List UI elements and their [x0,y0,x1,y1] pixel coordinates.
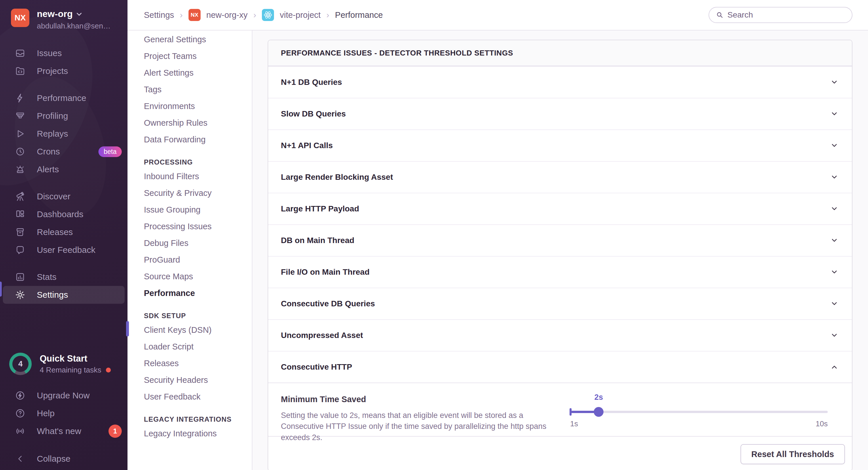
sidebar-group-gap [0,259,127,268]
sidebar-item-releases[interactable]: Releases [0,223,127,241]
chevron-down-icon[interactable] [830,172,839,182]
archive-icon [15,227,25,237]
chevron-down-icon[interactable] [830,267,839,277]
sidebar-item-user-feedback[interactable]: User Feedback [0,241,127,259]
settings-nav-ownership-rules[interactable]: Ownership Rules [144,114,252,131]
settings-nav-environments[interactable]: Environments [144,98,252,114]
settings-nav-issue-grouping[interactable]: Issue Grouping [144,201,252,218]
sidebar-item-label: Discover [37,192,70,201]
sidebar-item-replays[interactable]: Replays [0,125,127,143]
sidebar-item-discover[interactable]: Discover [0,188,127,205]
chevron-down-icon[interactable] [830,77,839,87]
sidebar-item-profiling[interactable]: Profiling [0,107,127,125]
chevron-down-icon[interactable] [830,236,839,245]
settings-nav-general-settings[interactable]: General Settings [144,31,252,48]
threshold-row-db-on-main-thread[interactable]: DB on Main Thread [268,224,852,256]
chevron-down-icon[interactable] [830,109,839,119]
settings-nav-user-feedback[interactable]: User Feedback [144,388,252,405]
sidebar-item-label: Stats [37,272,56,282]
slider-track[interactable] [570,411,828,413]
sidebar-item-alerts[interactable]: Alerts [0,161,127,178]
threshold-row-consecutive-http[interactable]: Consecutive HTTP [268,351,852,382]
sidebar-active-edge-indicator [0,281,2,297]
settings-nav-source-maps[interactable]: Source Maps [144,268,252,285]
breadcrumb-project[interactable]: vite-project [280,10,320,20]
settings-nav-project-teams[interactable]: Project Teams [144,48,252,64]
sidebar-collapse-button[interactable]: Collapse [0,450,127,468]
page-body: General Settings Project Teams Alert Set… [127,31,868,470]
chevron-down-icon[interactable] [830,331,839,340]
breadcrumb-separator: › [327,10,329,20]
breadcrumb-page: Performance [335,10,383,20]
slider-max-label: 10s [816,419,828,428]
settings-nav-inbound-filters[interactable]: Inbound Filters [144,168,252,184]
sidebar-item-crons[interactable]: Crons beta [0,143,127,161]
chevron-up-icon[interactable] [830,362,839,372]
chevron-down-icon[interactable] [830,204,839,214]
settings-nav-alert-settings[interactable]: Alert Settings [144,64,252,81]
row-label: Slow DB Queries [281,109,346,119]
settings-nav-legacy-integrations[interactable]: Legacy Integrations [144,425,252,442]
chevron-down-icon[interactable] [830,141,839,150]
sidebar-item-performance[interactable]: Performance [0,89,127,107]
sidebar-item-label: Issues [37,48,62,58]
threshold-row-n1-api-calls[interactable]: N+1 API Calls [268,129,852,161]
sidebar-item-label: What's new [37,426,81,436]
org-avatar[interactable]: NX [11,9,29,27]
threshold-row-file-io-on-main-thread[interactable]: File I/O on Main Thread [268,256,852,288]
org-name-row[interactable]: new-org [37,9,111,19]
settings-nav-proguard[interactable]: ProGuard [144,251,252,268]
settings-nav-header-legacy-integrations: LEGACY INTEGRATIONS [144,415,252,424]
sidebar-item-label: Crons [37,147,60,157]
right-column: Settings › NX new-org-xy › vite-project … [127,0,868,470]
sidebar-item-settings[interactable]: Settings [3,286,125,304]
sidebar-item-label: Projects [37,66,68,76]
slider-handle[interactable] [594,407,603,417]
upgrade-bolt-icon [15,390,25,401]
quick-start-panel[interactable]: 4 Quick Start 4 Remaining tasks [0,352,127,375]
threshold-row-large-render-blocking-asset[interactable]: Large Render Blocking Asset [268,161,852,193]
quick-start-count: 4 [9,352,32,375]
minimum-time-saved-slider: 2s 1s 10s [570,395,828,436]
settings-nav-client-keys[interactable]: Client Keys (DSN) [144,322,252,338]
org-switcher[interactable]: NX new-org abdullah.khan@sen… [0,0,127,32]
search-input[interactable] [727,10,845,20]
siren-icon [15,164,25,175]
row-label: Uncompressed Asset [281,331,363,340]
main-content: PERFORMANCE ISSUES - DETECTOR THRESHOLD … [252,31,868,470]
threshold-row-consecutive-db-queries[interactable]: Consecutive DB Queries [268,288,852,319]
sidebar-item-projects[interactable]: Projects [0,62,127,80]
breadcrumb-settings[interactable]: Settings [144,10,174,20]
search-box[interactable] [709,7,852,23]
quick-start-subtitle-text: 4 Remaining tasks [40,366,101,374]
sidebar-item-issues[interactable]: Issues [0,44,127,62]
threshold-row-slow-db-queries[interactable]: Slow DB Queries [268,98,852,129]
minimum-time-saved-description: Setting the value to 2s, means that an e… [281,410,549,443]
settings-nav-security-privacy[interactable]: Security & Privacy [144,184,252,201]
settings-nav-security-headers[interactable]: Security Headers [144,372,252,388]
search-icon [716,11,723,19]
settings-nav-loader-script[interactable]: Loader Script [144,338,252,355]
sidebar-item-help[interactable]: Help [0,404,127,422]
threshold-row-n1-db-queries[interactable]: N+1 DB Queries [268,66,852,98]
threshold-row-uncompressed-asset[interactable]: Uncompressed Asset [268,319,852,351]
sidebar-item-upgrade-now[interactable]: Upgrade Now [0,387,127,404]
settings-nav-performance[interactable]: Performance [144,285,252,301]
sidebar-item-stats[interactable]: Stats [0,268,127,286]
settings-nav-processing-issues[interactable]: Processing Issues [144,218,252,235]
sidebar-item-whats-new[interactable]: What's new 1 [0,422,127,440]
settings-nav-releases[interactable]: Releases [144,355,252,372]
threshold-row-large-http-payload[interactable]: Large HTTP Payload [268,193,852,224]
row-label: Large Render Blocking Asset [281,173,393,182]
settings-nav-debug-files[interactable]: Debug Files [144,235,252,251]
sidebar-item-label: Alerts [37,165,59,174]
sidebar-item-dashboards[interactable]: Dashboards [0,205,127,223]
settings-nav-data-forwarding[interactable]: Data Forwarding [144,131,252,148]
settings-nav-header-sdk-setup: SDK SETUP [144,312,252,320]
reset-all-thresholds-button[interactable]: Reset All Thresholds [741,444,845,464]
minimum-time-saved-label: Minimum Time Saved [281,395,563,404]
org-email: abdullah.khan@sen… [37,22,111,31]
chevron-down-icon[interactable] [830,299,839,309]
breadcrumb-org[interactable]: new-org-xy [206,10,248,20]
settings-nav-tags[interactable]: Tags [144,81,252,98]
